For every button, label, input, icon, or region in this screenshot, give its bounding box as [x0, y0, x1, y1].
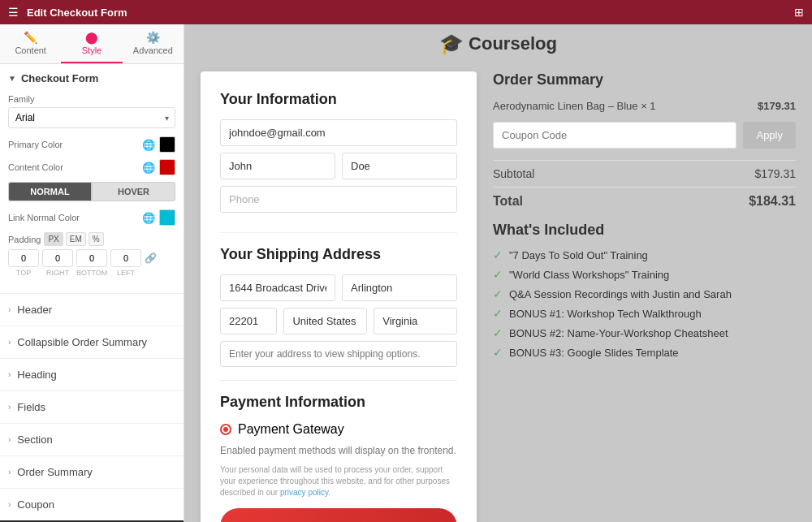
checkout-form-header: ▼ Checkout Form — [8, 72, 175, 84]
your-info-title: Your Information — [220, 91, 457, 108]
content-color-swatch[interactable] — [159, 159, 175, 175]
accordion-heading: › Heading — [0, 358, 184, 390]
os-arrow-icon: › — [8, 468, 11, 477]
heading-accordion[interactable]: › Heading — [0, 359, 184, 390]
complete-purchase-button[interactable]: COMPLETE PURCHASE — [220, 508, 457, 522]
padding-top-input[interactable] — [8, 249, 39, 267]
em-unit-btn[interactable]: EM — [66, 232, 86, 246]
street-town-row — [220, 274, 457, 308]
section-accordion-label: Section — [17, 434, 52, 446]
link-color-swatch[interactable] — [159, 209, 175, 226]
coupon-input[interactable] — [493, 122, 736, 149]
order-item-price: $179.31 — [758, 100, 796, 112]
advanced-icon: ⚙️ — [146, 31, 160, 44]
right-content: 🎓 Courselog Your Information Your — [184, 24, 812, 522]
collapsible-order-summary-accordion[interactable]: › Collapsible Order Summary — [0, 326, 184, 358]
tab-advanced-label: Advanced — [133, 45, 173, 55]
included-item-3: ✓ BONUS #1: Workshop Tech Walkthrough — [493, 307, 796, 320]
tab-style-label: Style — [82, 45, 102, 55]
primary-color-globe-icon[interactable]: 🌐 — [142, 139, 155, 151]
phone-input[interactable] — [220, 186, 457, 213]
included-item-0: ✓ "7 Days To Sold Out" Training — [493, 248, 796, 261]
tab-content[interactable]: ✏️ Content — [0, 24, 61, 63]
privacy-note: Your personal data will be used to proce… — [220, 464, 457, 498]
shipping-title: Your Shipping Address — [220, 246, 457, 263]
normal-toggle-btn[interactable]: NORMAL — [8, 182, 92, 201]
link-normal-color-row: Link Normal Color 🌐 — [8, 209, 175, 226]
checkout-form-title: Checkout Form — [21, 72, 98, 84]
padding-inputs: 🔗 — [8, 249, 175, 267]
subtotal-label: Subtotal — [493, 167, 534, 180]
panel-tabs: ✏️ Content ⬤ Style ⚙️ Advanced — [0, 24, 184, 64]
hover-toggle-btn[interactable]: HOVER — [92, 182, 175, 201]
email-wrapper — [220, 119, 457, 146]
primary-color-row: Primary Color 🌐 — [8, 136, 175, 153]
collapse-arrow[interactable]: ▼ — [8, 74, 16, 83]
family-select[interactable]: Arial — [8, 107, 175, 128]
order-item-name: Aerodynamic Linen Bag – Blue × 1 — [493, 100, 656, 112]
town-input[interactable] — [342, 274, 457, 301]
accordion-header: › Header — [0, 293, 184, 326]
hamburger-icon[interactable]: ☰ — [8, 6, 19, 19]
first-name-input[interactable] — [220, 153, 335, 179]
padding-left-input[interactable] — [110, 249, 141, 267]
radio-dot — [223, 427, 228, 432]
section-divider-2 — [220, 380, 457, 381]
last-name-input[interactable] — [342, 153, 457, 179]
included-item-1: ✓ "World Class Workshops" Training — [493, 268, 796, 281]
left-label: LEFT — [110, 269, 141, 277]
grid-icon[interactable]: ⊞ — [794, 6, 804, 19]
link-padding-icon[interactable]: 🔗 — [145, 252, 157, 264]
logo-area: 🎓 Courselog — [439, 32, 557, 55]
primary-color-swatch[interactable] — [159, 136, 175, 153]
page-wrapper: Your Information Your Shipping Address — [184, 55, 812, 522]
logo-name: Courselog — [469, 33, 557, 54]
included-item-5: ✓ BONUS #3: Google Slides Template — [493, 346, 796, 359]
total-value: $184.31 — [749, 194, 796, 209]
primary-color-label: Primary Color — [8, 140, 63, 149]
order-summary-accordion[interactable]: › Order Summary — [0, 456, 184, 488]
check-icon-3: ✓ — [493, 307, 503, 320]
tab-style[interactable]: ⬤ Style — [61, 24, 122, 63]
included-item-2: ✓ Q&A Session Recordings with Justin and… — [493, 287, 796, 300]
header-accordion[interactable]: › Header — [0, 294, 184, 326]
section-accordion[interactable]: › Section — [0, 424, 184, 455]
state-input[interactable] — [374, 308, 457, 334]
tab-advanced[interactable]: ⚙️ Advanced — [123, 24, 184, 63]
whats-included-title: What's Included — [493, 222, 796, 239]
cos-arrow-icon: › — [8, 338, 11, 347]
payment-radio[interactable] — [220, 424, 231, 435]
percent-unit-btn[interactable]: % — [89, 232, 104, 246]
accordion-fields: › Fields — [0, 390, 184, 423]
px-unit-btn[interactable]: PX — [44, 232, 63, 246]
privacy-link[interactable]: privacy policy — [280, 488, 328, 497]
content-color-globe-icon[interactable]: 🌐 — [142, 162, 155, 174]
padding-units: PX EM % — [44, 232, 103, 246]
panel-content: ▼ Checkout Form Family Arial ▾ Primary C… — [0, 64, 184, 293]
accordion-collapsible-order-summary: › Collapsible Order Summary — [0, 326, 184, 358]
heading-arrow-icon: › — [8, 370, 11, 379]
header-accordion-label: Header — [17, 304, 52, 316]
email-input[interactable] — [220, 119, 457, 146]
content-icon: ✏️ — [24, 31, 37, 44]
divider-1 — [493, 160, 796, 161]
link-color-globe-icon[interactable]: 🌐 — [142, 212, 155, 224]
normal-hover-toggle: NORMAL HOVER — [8, 182, 175, 201]
subtotal-row: Subtotal $179.31 — [493, 167, 796, 180]
order-summary-accordion-label: Order Summary — [17, 466, 92, 478]
postcode-input[interactable] — [220, 308, 277, 334]
coupon-accordion[interactable]: › Coupon — [0, 489, 184, 520]
fields-accordion[interactable]: › Fields — [0, 391, 184, 423]
padding-bottom-input[interactable] — [76, 249, 107, 267]
padding-right-input[interactable] — [42, 249, 73, 267]
top-label: TOP — [8, 269, 39, 277]
street-input[interactable] — [220, 274, 335, 301]
apply-coupon-button[interactable]: Apply — [743, 122, 796, 149]
country-input[interactable] — [283, 308, 367, 334]
check-icon-2: ✓ — [493, 287, 503, 300]
check-icon-5: ✓ — [493, 346, 503, 359]
subtotal-value: $179.31 — [754, 167, 796, 180]
total-row: Total $184.31 — [493, 194, 796, 209]
payment-gateway-row: Payment Gateway — [220, 422, 457, 437]
check-icon-1: ✓ — [493, 268, 503, 281]
